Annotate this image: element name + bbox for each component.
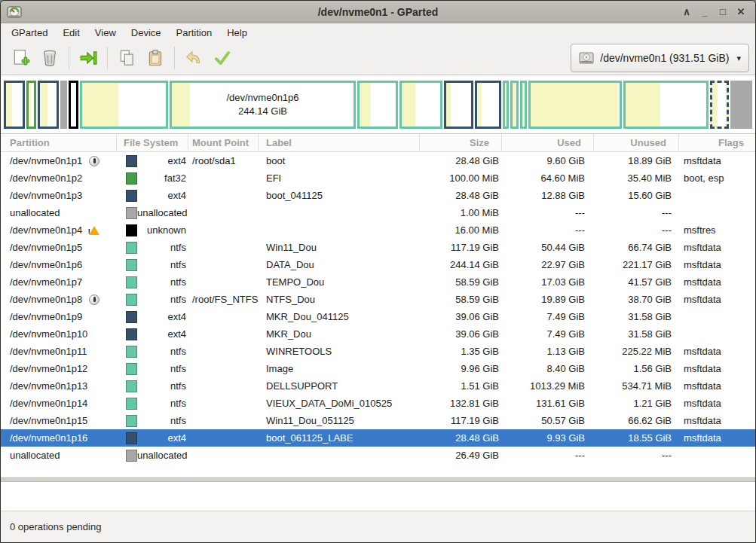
filesystem-color-swatch <box>126 172 137 185</box>
label-cell: Win11_Dou_051125 <box>259 415 420 426</box>
disk-segment-nvme0n1p8[interactable] <box>399 81 442 129</box>
table-row[interactable]: /dev/nvme0n1p14ntfsVIEUX_DATA_DoMi_01052… <box>1 395 755 412</box>
disk-segment-nvme0n1p14[interactable] <box>528 81 621 129</box>
header-flags[interactable]: Flags <box>679 134 755 152</box>
table-row[interactable]: /dev/nvme0n1p16ext4boot_061125_LABE28.48… <box>1 429 755 447</box>
table-row[interactable]: /dev/nvme0n1p9ext4MKR_Dou_04112539.06 Gi… <box>1 308 755 325</box>
table-row[interactable]: /dev/nvme0n1p2fat32EFI100.00 MiB64.60 Mi… <box>1 169 755 187</box>
filesystem-color-swatch <box>126 294 137 306</box>
header-file-system[interactable]: File System <box>117 134 188 152</box>
delete-partition-button[interactable] <box>35 44 64 72</box>
paste-icon <box>145 48 165 68</box>
window-controls: ∧ _ □ ✕ <box>680 5 755 19</box>
menu-device[interactable]: Device <box>124 25 169 41</box>
device-selector[interactable]: /dev/nvme0n1 (931.51 GiB) ▾ <box>571 44 749 72</box>
minimize-button[interactable]: _ <box>698 5 712 19</box>
table-row[interactable]: /dev/nvme0n1p7ntfsTEMPO_Dou58.59 GiB17.0… <box>1 273 755 291</box>
partition-name: /dev/nvme0n1p9 <box>10 311 82 322</box>
lock-icon <box>89 294 99 305</box>
used-space-fill <box>531 83 618 127</box>
table-row[interactable]: /dev/nvme0n1p10ext4MKR_Dou39.06 GiB7.49 … <box>1 325 755 343</box>
table-row[interactable]: /dev/nvme0n1p6ntfsDATA_Dou244.14 GiB22.9… <box>1 256 755 273</box>
toolbar-separator <box>69 47 69 69</box>
table-row[interactable]: /dev/nvme0n1p5ntfsWin11_Dou117.19 GiB50.… <box>1 239 755 256</box>
label-cell: boot <box>259 155 420 166</box>
table-row[interactable]: /dev/nvme0n1p8ntfs/root/FS_NTFSNTFS_Dou5… <box>1 291 755 308</box>
table-row[interactable]: /dev/nvme0n1p12ntfsImage9.96 GiB8.40 GiB… <box>1 360 755 377</box>
disk-segment-nvme0n1p5[interactable] <box>80 81 168 129</box>
menu-help[interactable]: Help <box>219 25 255 41</box>
filesystem-name: ntfs <box>137 415 186 426</box>
disk-segment-nvme0n1p13[interactable] <box>520 81 527 129</box>
size-cell: 28.48 GiB <box>420 155 502 166</box>
resize-move-button[interactable] <box>74 44 103 72</box>
used-space-fill <box>360 83 371 127</box>
partition-cell: /dev/nvme0n1p16 <box>1 432 117 444</box>
table-row[interactable]: unallocatedunallocated1.00 MiB------ <box>1 204 755 221</box>
disk-segment-nvme0n1p4[interactable] <box>69 81 78 129</box>
disk-segment-label-line: 244.14 GiB <box>238 105 287 118</box>
disk-segment-nvme0n1p15[interactable] <box>623 81 709 129</box>
partition-cell: /dev/nvme0n1p5 <box>1 242 117 253</box>
disk-segment-nvme0n1p16[interactable] <box>710 81 729 129</box>
disk-segment-nvme0n1p2[interactable] <box>26 81 36 129</box>
disk-segment-nvme0n1p9[interactable] <box>444 81 474 129</box>
disk-segment-nvme0n1p10[interactable] <box>475 81 501 129</box>
mount-point-cell: /root/sda1 <box>188 155 259 166</box>
disk-segment-unallocated-2[interactable] <box>730 81 752 129</box>
disk-segment-nvme0n1p11[interactable] <box>503 81 509 129</box>
filesystem-cell: unallocated <box>117 450 188 462</box>
table-row[interactable]: /dev/nvme0n1p15ntfsWin11_Dou_051125117.1… <box>1 412 755 429</box>
flags-cell: msftdata <box>679 398 755 409</box>
menu-view[interactable]: View <box>87 25 124 41</box>
flags-cell: msftdata <box>679 432 755 444</box>
new-partition-button[interactable] <box>7 44 35 72</box>
size-cell: 244.14 GiB <box>420 259 502 270</box>
table-row[interactable]: /dev/nvme0n1p4unknown16.00 MiB------msft… <box>1 221 755 239</box>
maximize-button[interactable]: □ <box>716 5 730 19</box>
size-cell: 9.96 GiB <box>420 363 502 374</box>
label-cell: VIEUX_DATA_DoMi_010525 <box>259 398 420 409</box>
disk-segment-label-line: /dev/nvme0n1p6 <box>226 91 298 105</box>
free-space <box>12 83 23 127</box>
header-partition[interactable]: Partition <box>1 134 117 152</box>
used-cell: 22.97 GiB <box>502 259 594 270</box>
used-cell: --- <box>502 207 594 218</box>
menu-edit[interactable]: Edit <box>55 25 87 41</box>
apply-button[interactable] <box>208 44 237 72</box>
titlebar[interactable]: /dev/nvme0n1 - GParted ∧ _ □ ✕ <box>1 1 755 23</box>
filesystem-color-swatch <box>126 224 137 236</box>
free-space <box>482 83 499 127</box>
disk-segment-nvme0n1p1[interactable] <box>4 81 25 129</box>
table-row[interactable]: unallocatedunallocated26.49 GiB------ <box>1 447 755 464</box>
menu-gparted[interactable]: GParted <box>4 25 55 41</box>
header-label[interactable]: Label <box>259 134 420 152</box>
disk-segment-unallocated-1[interactable] <box>60 81 67 129</box>
size-cell: 117.19 GiB <box>420 415 502 426</box>
copy-button[interactable] <box>112 44 141 72</box>
filesystem-color-swatch <box>126 259 137 271</box>
close-button[interactable]: ✕ <box>734 5 748 19</box>
unused-cell: 18.89 GiB <box>594 155 679 166</box>
used-cell: 64.60 MiB <box>502 172 594 184</box>
menu-partition[interactable]: Partition <box>169 25 220 41</box>
table-row[interactable]: /dev/nvme0n1p3ext4boot_04112528.48 GiB12… <box>1 187 755 204</box>
table-row[interactable]: /dev/nvme0n1p1ext4/root/sda1boot28.48 Gi… <box>1 152 755 169</box>
copy-icon <box>117 48 136 68</box>
undo-icon <box>184 48 204 68</box>
disk-segment-nvme0n1p3[interactable] <box>38 81 59 129</box>
header-size[interactable]: Size <box>420 134 502 152</box>
undo-button[interactable] <box>179 44 208 72</box>
paste-button[interactable] <box>141 44 170 72</box>
header-mount-point[interactable]: Mount Point <box>188 134 259 152</box>
header-used[interactable]: Used <box>502 134 594 152</box>
header-unused[interactable]: Unused <box>594 134 679 152</box>
flags-cell: msftdata <box>679 276 755 288</box>
table-row[interactable]: /dev/nvme0n1p11ntfsWINRETOOLS1.35 GiB1.1… <box>1 343 755 360</box>
disk-segment-nvme0n1p6[interactable]: /dev/nvme0n1p6244.14 GiB <box>170 81 356 129</box>
table-row[interactable]: /dev/nvme0n1p13ntfsDELLSUPPORT1.51 GiB10… <box>1 377 755 395</box>
disk-segment-nvme0n1p7[interactable] <box>357 81 398 129</box>
shade-button[interactable]: ∧ <box>680 5 693 19</box>
filesystem-color-swatch <box>126 415 137 427</box>
disk-segment-nvme0n1p12[interactable] <box>510 81 518 129</box>
